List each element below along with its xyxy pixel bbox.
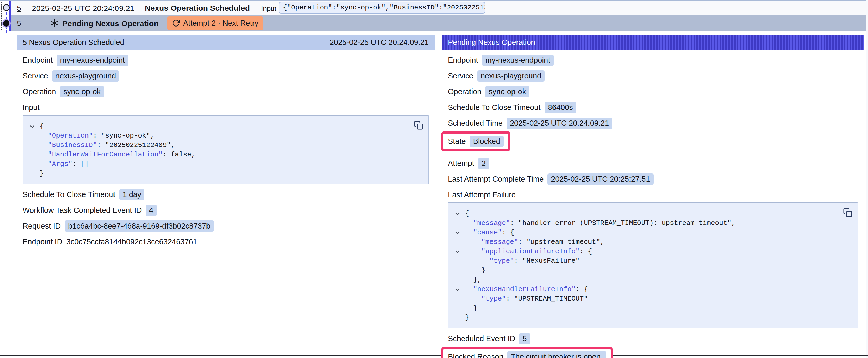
- last-attempt-failure-label: Last Attempt Failure: [448, 190, 858, 200]
- input-preview-badge[interactable]: {"Operation":"sync-op-ok","BusinessID":"…: [279, 2, 485, 14]
- pending-operation-title: Pending Nexus Operation: [448, 38, 535, 47]
- failure-code-block: {"message": "handler error (UPSTREAM_TIM…: [448, 202, 858, 328]
- fold-chevron-icon[interactable]: [456, 249, 460, 253]
- field-value-badge: 4: [146, 205, 157, 216]
- field-row: Attempt2: [448, 158, 858, 169]
- scheduled-event-id-row: Scheduled Event ID 5: [448, 333, 858, 344]
- field-row: Servicenexus-playground: [448, 71, 858, 82]
- event-detail-time: 2025-02-25 UTC 20:24:09.21: [330, 38, 429, 47]
- field-label: Blocked Reason: [448, 353, 503, 358]
- fold-chevron-icon[interactable]: [30, 124, 34, 128]
- fold-chevron-icon[interactable]: [456, 230, 460, 234]
- input-label: Input: [261, 5, 276, 13]
- field-label: Schedule To Close Timeout: [448, 103, 541, 112]
- code-line: "BusinessID": "20250225122409",: [28, 140, 423, 150]
- code-line: }: [454, 313, 852, 322]
- viewport-bottom-edge: [0, 355, 868, 356]
- field-label: Endpoint: [23, 56, 53, 65]
- code-line: },: [454, 275, 852, 285]
- code-line: }: [28, 169, 423, 178]
- field-row: Endpointmy-nexus-endpoint: [23, 55, 429, 66]
- code-line: "Args": []: [28, 159, 423, 169]
- field-label: Workflow Task Completed Event ID: [23, 206, 142, 215]
- field-label: Operation: [448, 88, 481, 96]
- code-text: "type": "NexusFailure": [465, 257, 580, 265]
- field-value-badge: 2025-02-25 UTC 20:24:09.21: [506, 118, 612, 129]
- code-text: "Operation": "sync-op-ok",: [40, 132, 154, 140]
- field-row: Endpoint ID3c0c75ccfa8144b092c13ce632463…: [23, 236, 429, 247]
- field-label: Last Attempt Complete Time: [448, 175, 544, 184]
- scrollbar-gutter[interactable]: [866, 0, 868, 358]
- field-row: Servicenexus-playground: [23, 71, 429, 82]
- event-timestamp: 2025-02-25 UTC 20:24:09.21: [32, 4, 134, 13]
- fold-chevron-icon[interactable]: [456, 287, 460, 291]
- event-row-pending-selected[interactable]: 5 Pending Nexus Operation Attempt 2 · Ne…: [11, 15, 866, 32]
- endpoint-id-link[interactable]: 3c0c75ccfa8144b092c13ce632463761: [66, 237, 197, 246]
- field-label: Scheduled Time: [448, 119, 502, 128]
- field-label: Endpoint: [448, 56, 478, 65]
- code-line: "nexusHandlerFailureInfo": {: [454, 285, 852, 294]
- code-line: }: [454, 303, 852, 313]
- field-value-badge: 86400s: [545, 102, 577, 113]
- retry-icon: [172, 19, 180, 27]
- code-text: "message": "handler error (UPSTREAM_TIME…: [465, 219, 736, 227]
- field-row: Endpointmy-nexus-endpoint: [448, 55, 858, 66]
- code-text: }: [465, 314, 469, 322]
- field-value-badge: 1 day: [119, 189, 145, 200]
- retry-badge-label: Attempt 2 · Next Retry: [183, 19, 258, 28]
- field-row: Operationsync-op-ok: [23, 86, 429, 97]
- code-gutter: [454, 288, 465, 291]
- fold-chevron-icon[interactable]: [456, 211, 460, 216]
- code-text: "type": "UPSTREAM_TIMEOUT": [465, 295, 588, 303]
- code-text: "HandlerWaitForCancellation": false,: [40, 151, 195, 159]
- code-gutter: [454, 250, 465, 253]
- code-line: "type": "NexusFailure": [454, 256, 852, 266]
- state-row: State Blocked: [448, 129, 858, 153]
- retry-attempt-badge: Attempt 2 · Next Retry: [167, 16, 263, 30]
- code-text: {: [40, 122, 44, 130]
- field-value-badge: my-nexus-endpoint: [482, 55, 554, 66]
- code-gutter: [454, 231, 465, 234]
- field-row: Scheduled Time2025-02-25 UTC 20:24:09.21: [448, 118, 858, 129]
- event-row-scheduled[interactable]: 5 2025-02-25 UTC 20:24:09.21 Nexus Opera…: [11, 1, 866, 15]
- copy-icon[interactable]: [843, 208, 852, 217]
- event-id-link[interactable]: 5: [17, 19, 21, 28]
- code-line: }: [454, 266, 852, 275]
- state-annotation-highlight: State Blocked: [441, 131, 510, 152]
- code-line: {: [28, 122, 423, 131]
- code-line: "message": "handler error (UPSTREAM_TIME…: [454, 218, 852, 228]
- code-text: },: [465, 276, 481, 284]
- drag-handle-dots[interactable]: [1, 2, 2, 30]
- field-label: Service: [448, 72, 473, 80]
- event-detail-panel: 5 Nexus Operation Scheduled 2025-02-25 U…: [17, 35, 435, 358]
- copy-icon[interactable]: [414, 121, 423, 130]
- field-row: Request IDb1c6a4bc-8ee7-468a-9169-df3b02…: [23, 221, 429, 231]
- field-label: State: [448, 137, 466, 146]
- field-label: Service: [23, 72, 48, 80]
- field-value-badge: my-nexus-endpoint: [57, 55, 128, 66]
- code-text: {: [465, 210, 469, 218]
- input-section-label: Input: [23, 102, 429, 113]
- field-value-badge: nexus-playground: [477, 70, 545, 82]
- event-title: Nexus Operation Scheduled: [145, 4, 250, 12]
- event-id-link[interactable]: 5: [17, 4, 21, 12]
- field-value-badge: nexus-playground: [52, 70, 120, 82]
- event-detail-title: 5 Nexus Operation Scheduled: [23, 38, 124, 47]
- field-value-badge: 2025-02-25 UTC 20:25:27.51: [548, 173, 653, 185]
- code-text: }: [40, 169, 44, 177]
- timeline-marker-open-icon[interactable]: [3, 4, 10, 11]
- pending-operation-body: Endpointmy-nexus-endpointServicenexus-pl…: [442, 55, 864, 358]
- state-value-badge: Blocked: [470, 136, 504, 147]
- code-gutter: [28, 125, 40, 128]
- code-text: }: [465, 266, 486, 274]
- code-text: "BusinessID": "20250225122409",: [40, 141, 175, 149]
- field-row: Schedule To Close Timeout1 day: [23, 189, 429, 200]
- timeline-marker-selected-icon[interactable]: [3, 20, 9, 27]
- field-value-badge: sync-op-ok: [60, 86, 104, 97]
- blocked-reason-annotation-highlight: Blocked Reason The circuit breaker is op…: [441, 347, 613, 358]
- selected-event-bar: [9, 1, 11, 32]
- code-gutter: [454, 212, 465, 215]
- code-line: "HandlerWaitForCancellation": false,: [28, 150, 423, 159]
- field-value-badge: b1c6a4bc-8ee7-468a-9169-df3b02c8737b: [65, 221, 214, 232]
- field-value-badge: 2: [478, 158, 489, 169]
